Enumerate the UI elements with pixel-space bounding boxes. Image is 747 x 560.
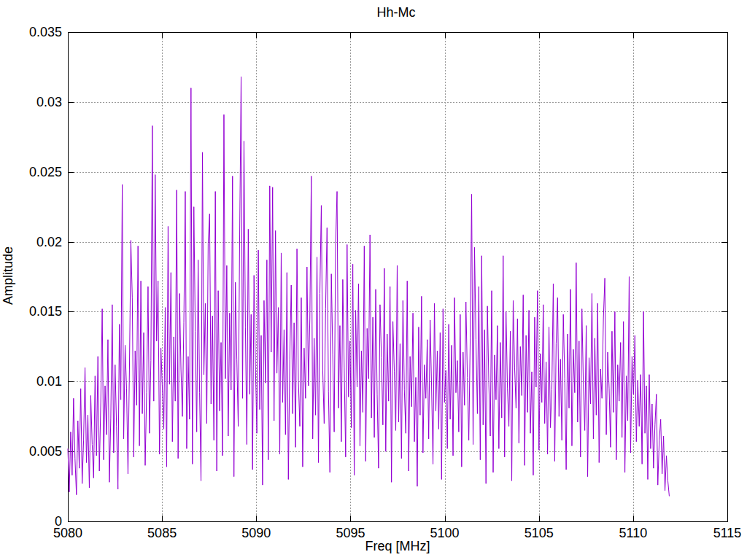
x-tick-label: 5080 [39, 526, 97, 540]
x-tick-label: 5100 [416, 526, 474, 540]
y-tick-label: 0.005 [11, 445, 62, 458]
y-tick-label: 0.015 [11, 305, 62, 318]
x-tick-label: 5115 [698, 526, 747, 540]
y-tick-label: 0.03 [11, 96, 62, 109]
y-tick-label: 0.035 [11, 26, 62, 39]
x-tick-label: 5085 [133, 526, 191, 540]
x-tick-label: 5095 [321, 526, 379, 540]
y-tick-label: 0 [11, 515, 62, 528]
chart-title: Hh-Mc [323, 6, 469, 19]
x-tick-label: 5105 [510, 526, 568, 540]
y-tick-label: 0.025 [11, 166, 62, 179]
y-tick-label: 0.01 [11, 375, 62, 388]
x-tick-label: 5110 [604, 526, 662, 540]
chart-figure: Hh-Mc Freq [MHz] Amplitude 5080508550905… [0, 0, 747, 560]
x-axis-label: Freq [MHz] [339, 540, 456, 553]
y-tick-label: 0.02 [11, 236, 62, 249]
plot-area [0, 0, 747, 560]
x-tick-label: 5090 [227, 526, 285, 540]
series-line-hh-mc [68, 77, 669, 496]
